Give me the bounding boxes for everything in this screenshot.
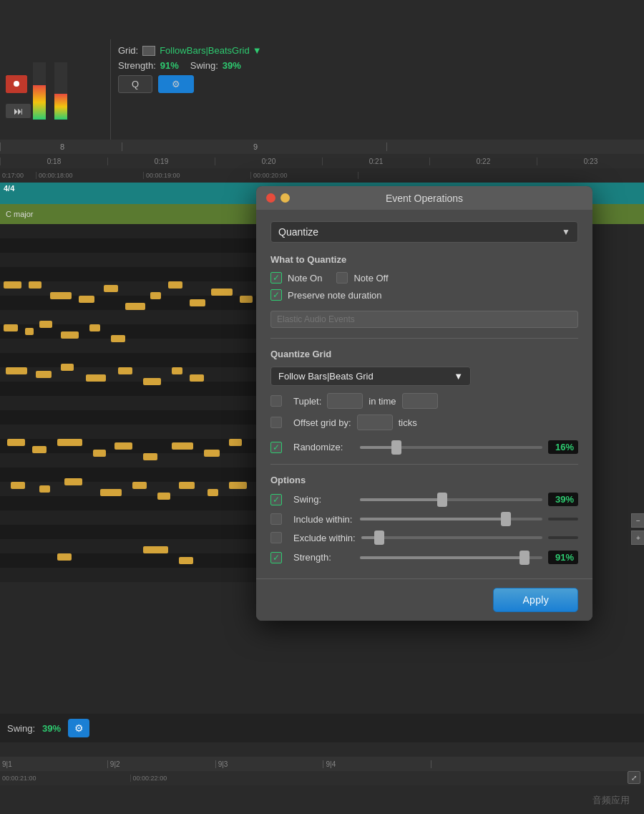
sub-mark-019: 0:19: [107, 158, 215, 165]
exclude-within-row: ✓ Exclude within:: [270, 532, 578, 543]
grid-dropdown-arrow[interactable]: ▼: [253, 45, 262, 56]
exclude-within-value: [548, 536, 578, 539]
swing-slider-track[interactable]: [360, 498, 542, 501]
bottom-toolbar: Swing: 39% ⚙: [0, 714, 644, 742]
modal-title: Event Operations: [386, 193, 463, 204]
ticks-label: ticks: [399, 417, 417, 428]
note-block-23: [143, 378, 161, 385]
offset-grid-checkbox[interactable]: ✓: [270, 417, 282, 428]
note-block-51: [143, 546, 168, 553]
operation-value: Quantize: [278, 226, 318, 238]
gear-icon: ⚙: [172, 79, 180, 89]
level-meter-left: [33, 62, 46, 120]
apply-button[interactable]: Apply: [493, 588, 578, 612]
swing-option-row: ✓ Swing: 39%: [270, 493, 578, 506]
time-sig-label: 4/4: [4, 184, 14, 193]
quantize-grid-dropdown[interactable]: Follow Bars|Beats Grid ▼: [270, 367, 471, 386]
note-block-14: [39, 321, 52, 328]
swing-value: 39%: [223, 60, 241, 71]
include-within-row: ✓ Include within:: [270, 513, 578, 525]
grid-value: FollowBars|BeatsGrid: [160, 45, 249, 56]
sub-mark-020: 0:20: [215, 158, 322, 165]
note-block-42: [64, 478, 82, 485]
note-block-47: [208, 489, 218, 496]
gear-bottom-icon: ⚙: [74, 722, 84, 734]
swing-option-checkbox[interactable]: ✓: [270, 494, 282, 505]
left-panel: ⏭: [0, 39, 111, 143]
settings-toolbar-button[interactable]: ⚙: [158, 75, 194, 93]
note-block-37: [204, 450, 220, 457]
note-block-8: [168, 281, 182, 289]
event-operations-dialog[interactable]: Event Operations Quantize ▼ What to Quan…: [256, 186, 592, 621]
randomize-checkbox[interactable]: ✓: [270, 442, 282, 453]
note-block-16: [89, 324, 100, 331]
note-block-52: [179, 557, 193, 564]
note-block-45: [157, 493, 170, 500]
randomize-label: Randomize:: [293, 442, 354, 452]
search-button[interactable]: Q: [118, 75, 152, 93]
strength-option-checkbox[interactable]: ✓: [270, 552, 282, 563]
note-on-checkbox[interactable]: ✓: [270, 272, 282, 284]
window-close-button[interactable]: [266, 193, 275, 203]
exclude-within-slider-track[interactable]: [361, 536, 542, 539]
record-button[interactable]: [6, 75, 27, 93]
note-block-4: [79, 296, 94, 303]
offset-grid-row: ✓ Offset grid by: ticks: [270, 415, 578, 430]
note-block-17: [111, 335, 125, 342]
note-off-row: ✓ Note Off: [336, 272, 388, 284]
grid-icon: [142, 46, 155, 56]
strength-slider-thumb[interactable]: [519, 551, 530, 565]
counter-ruler: 0:17:00 00:00:18:00 00:00:19:00 00:00:20…: [0, 168, 644, 183]
note-block-44: [132, 482, 147, 489]
modal-body: Quantize ▼ What to Quantize ✓ Note On ✓ …: [256, 210, 592, 578]
expand-button[interactable]: ⤢: [628, 771, 640, 784]
operation-dropdown[interactable]: Quantize ▼: [270, 221, 578, 243]
preserve-checkmark: ✓: [273, 291, 280, 299]
tuplet-input-1[interactable]: [327, 393, 363, 409]
level-meter-right: [54, 62, 67, 120]
note-block-32: [57, 439, 82, 446]
strength-slider-track[interactable]: [360, 556, 542, 559]
randomize-row: ✓ Randomize: 16%: [270, 440, 578, 454]
strength-option-value: 91%: [548, 551, 578, 564]
grid-dropdown-arrow: ▼: [454, 371, 463, 382]
note-off-label: Note Off: [353, 273, 388, 284]
note-on-row: ✓ Note On: [270, 272, 322, 284]
preserve-note-duration-label: Preserve note duration: [288, 290, 382, 301]
settings-bottom-button[interactable]: ⚙: [68, 719, 89, 737]
window-minimize-button[interactable]: [280, 193, 290, 203]
include-within-checkbox[interactable]: ✓: [270, 513, 282, 525]
note-block-9: [190, 299, 205, 306]
note-off-checkmark: ✓: [338, 273, 346, 282]
divider-1: [270, 338, 578, 339]
note-block-10: [211, 289, 233, 296]
offset-grid-input[interactable]: [357, 415, 393, 430]
ruler-mark-empty: [386, 142, 644, 151]
scroll-up-btn[interactable]: −: [631, 513, 644, 528]
timeline-ruler: 8 9: [0, 140, 644, 154]
swing-slider-thumb[interactable]: [437, 493, 447, 507]
note-block-36: [172, 442, 193, 450]
c-major-label: C major: [0, 210, 34, 218]
randomize-value: 16%: [548, 440, 578, 454]
note-block-50: [57, 553, 72, 561]
exclude-within-slider-thumb[interactable]: [374, 530, 384, 545]
note-block-19: [36, 371, 52, 378]
tuplet-input-2[interactable]: [402, 393, 438, 409]
piano-roll-area: [0, 224, 265, 582]
randomize-slider-thumb[interactable]: [391, 440, 401, 455]
swing-option-value: 39%: [548, 493, 578, 506]
note-block-12: [4, 324, 18, 331]
tuplet-checkbox[interactable]: ✓: [270, 395, 282, 407]
note-off-checkbox[interactable]: ✓: [336, 272, 348, 284]
scroll-down-btn[interactable]: +: [631, 530, 644, 545]
include-within-slider-thumb[interactable]: [501, 512, 511, 526]
bottom-sub-mark-2: 00:00:22:00: [130, 775, 261, 782]
swing-bottom-value: 39%: [42, 723, 61, 734]
note-block-48: [229, 482, 247, 489]
exclude-within-checkbox[interactable]: ✓: [270, 532, 282, 543]
include-within-slider-track[interactable]: [360, 518, 542, 520]
randomize-slider-track[interactable]: [360, 446, 542, 449]
modal-titlebar: Event Operations: [256, 186, 592, 210]
preserve-note-duration-checkbox[interactable]: ✓: [270, 289, 282, 301]
